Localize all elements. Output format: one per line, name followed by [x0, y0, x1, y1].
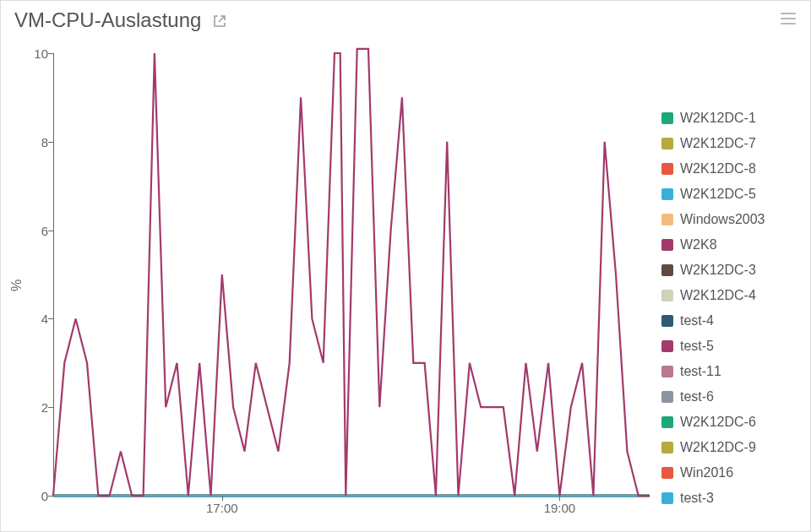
legend-item[interactable]: test-5: [661, 334, 797, 359]
legend-label: W2K12DC-5: [680, 187, 756, 202]
chart-title: VM-CPU-Auslastung: [14, 8, 201, 32]
legend-item[interactable]: W2K12DC-3: [661, 258, 797, 283]
x-tick-mark: [222, 496, 223, 501]
legend-item[interactable]: test-11: [661, 359, 797, 384]
legend-swatch: [661, 264, 673, 276]
legend-swatch: [661, 492, 673, 504]
legend-label: W2K12DC-7: [680, 136, 756, 151]
y-tick-label: 0: [41, 489, 48, 503]
y-tick-label: 4: [41, 312, 48, 326]
legend-item[interactable]: W2K12DC-6: [661, 410, 797, 435]
legend-label: W2K12DC-4: [680, 288, 756, 303]
legend-swatch: [661, 290, 673, 301]
legend-item[interactable]: W2K12DC-4: [661, 283, 797, 308]
y-tick-mark: [48, 53, 53, 54]
legend-item[interactable]: Win2016: [661, 460, 797, 486]
y-tick-label: 6: [41, 223, 48, 237]
legend-label: Windows2003: [680, 212, 765, 227]
chart-body: % 024681017:0019:00 W2K12DC-1W2K12DC-7W2…: [1, 40, 810, 531]
chart-lines: [53, 53, 650, 496]
legend-swatch: [661, 391, 673, 403]
legend-item[interactable]: test-3: [661, 486, 797, 511]
y-axis-label: %: [9, 280, 24, 291]
series-line: [53, 49, 650, 496]
y-tick-label: 2: [41, 400, 48, 415]
legend-item[interactable]: W2K12DC-9: [661, 435, 797, 460]
x-tick-label: 19:00: [544, 501, 576, 515]
y-tick-mark: [48, 142, 53, 143]
legend-swatch: [661, 138, 673, 149]
legend-item[interactable]: test-6: [661, 384, 797, 410]
y-tick-mark: [48, 407, 53, 408]
panel-header: VM-CPU-Auslastung: [1, 1, 810, 40]
legend-label: test-3: [680, 491, 714, 506]
legend-label: W2K12DC-9: [680, 440, 756, 455]
x-tick-label: 17:00: [206, 501, 238, 515]
y-tick-label: 8: [41, 134, 48, 149]
legend-swatch: [661, 467, 673, 479]
legend-swatch: [661, 214, 673, 225]
legend-label: test-6: [680, 389, 714, 404]
legend-label: test-4: [680, 313, 714, 328]
legend-item[interactable]: test-4: [661, 308, 797, 334]
y-tick-mark: [48, 318, 53, 319]
legend-label: test-11: [680, 364, 721, 379]
legend-label: W2K12DC-6: [680, 415, 756, 430]
legend-swatch: [661, 315, 673, 327]
x-tick-mark: [559, 496, 560, 501]
legend-item[interactable]: W2K12DC-7: [661, 131, 797, 156]
panel-menu-icon[interactable]: [780, 10, 797, 30]
legend-label: W2K8: [680, 237, 717, 252]
y-tick-mark: [48, 496, 53, 497]
legend-label: W2K12DC-1: [680, 111, 756, 126]
legend-label: test-5: [680, 339, 714, 354]
plot-area: 024681017:0019:00: [53, 53, 650, 496]
legend-swatch: [661, 239, 673, 251]
legend-item[interactable]: W2K12DC-8: [661, 156, 797, 182]
chart-panel: VM-CPU-Auslastung % 024681017:0019:00 W2…: [0, 0, 811, 532]
legend-label: W2K12DC-3: [680, 263, 756, 278]
legend-swatch: [661, 112, 673, 124]
legend: W2K12DC-1W2K12DC-7W2K12DC-8W2K12DC-5Wind…: [661, 106, 797, 511]
legend-swatch: [661, 163, 673, 175]
legend-swatch: [661, 340, 673, 352]
legend-item[interactable]: W2K12DC-5: [661, 182, 797, 207]
legend-item[interactable]: W2K12DC-1: [661, 106, 797, 131]
legend-swatch: [661, 416, 673, 428]
legend-item[interactable]: W2K8: [661, 232, 797, 258]
legend-swatch: [661, 188, 673, 200]
legend-swatch: [661, 442, 673, 453]
legend-label: W2K12DC-8: [680, 161, 756, 176]
y-tick-label: 10: [34, 46, 48, 61]
legend-swatch: [661, 366, 673, 377]
popout-icon[interactable]: [213, 14, 226, 28]
legend-label: Win2016: [680, 465, 733, 480]
legend-item[interactable]: Windows2003: [661, 207, 797, 232]
y-tick-mark: [48, 231, 53, 231]
